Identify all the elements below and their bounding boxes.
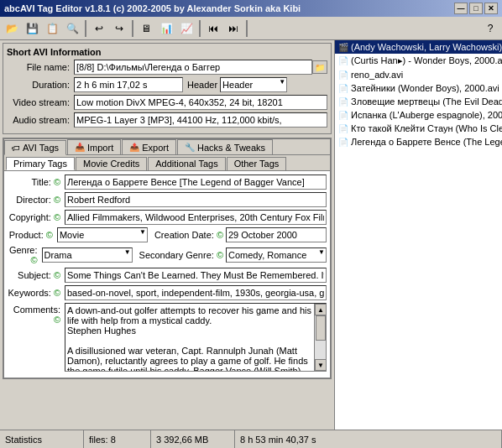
short-avi-info: Short AVI Information File name: 📁 Durat… [3, 43, 332, 134]
toolbar-btn4[interactable]: 🔍 [63, 19, 81, 38]
subject-input[interactable] [65, 268, 327, 283]
file-icon-5: 📄 [338, 111, 348, 120]
minimize-button[interactable]: — [454, 3, 468, 14]
secondary-genre-label: Secondary Genre: © [139, 250, 223, 260]
file-item-2[interactable]: 📄 reno_adv.avi [335, 68, 502, 81]
subtab-additional[interactable]: Additional Tags [148, 157, 225, 170]
toolbar-open-btn[interactable]: 📂 [3, 19, 21, 38]
size-label: 3 392,66 MB [156, 435, 208, 445]
keywords-input[interactable] [65, 285, 327, 300]
comments-scrollbar[interactable]: ▲ ▼ [314, 304, 326, 371]
title-field-label: Title: © [8, 177, 65, 187]
toolbar-btn9[interactable]: 📈 [177, 19, 196, 38]
maximize-button[interactable]: □ [469, 3, 483, 14]
header-label: Header [187, 80, 217, 90]
comments-row: Comments: © ▲ ▼ [8, 303, 327, 372]
audiostream-input[interactable] [74, 112, 327, 128]
scroll-thumb [316, 315, 326, 341]
file-name-7: Легенда о Баррете Венсе (The Legend of B… [351, 137, 502, 147]
toolbar-save-btn[interactable]: 💾 [23, 19, 41, 38]
file-icon-3: 📄 [338, 84, 348, 93]
file-item-6[interactable]: 📄 Кто такой Клейти Стаун (Who Is Cletis … [335, 122, 502, 135]
director-input[interactable] [65, 192, 327, 207]
file-item-0[interactable]: 🎬 (Andy Wachowski, Larry Wachowski) - Th… [335, 40, 502, 54]
duration-row: Duration: Header Header [7, 77, 327, 92]
director-row: Director: © [8, 192, 327, 207]
scroll-up-btn[interactable]: ▲ [315, 304, 327, 315]
file-item-1[interactable]: 📄 (Curtis Han▸) - Wonder Boys, 2000.avi [335, 54, 502, 68]
filename-input[interactable] [74, 60, 312, 75]
copyright-row: Copyright: © [8, 210, 327, 225]
title-row: Title: © [8, 175, 327, 190]
main-content: Short AVI Information File name: 📁 Durat… [0, 40, 502, 430]
product-row: Product: © Movie Creation Date: © [8, 227, 327, 242]
file-list-panel: 🎬 (Andy Wachowski, Larry Wachowski) - Th… [334, 40, 502, 430]
toolbar-btn11[interactable]: ⏭ [224, 19, 243, 38]
status-bar: Statistics files: 8 3 392,66 MB 8 h 53 m… [0, 430, 502, 448]
form-content: Title: © Director: © Copyright: © Produc… [4, 170, 330, 378]
main-tab-row: 🏷 AVI Tags 📥 Import 📤 Export 🔧 Hacks & T… [4, 139, 330, 155]
file-icon-7: 📄 [338, 138, 348, 147]
toolbar-sep4 [246, 20, 248, 37]
genre-select[interactable]: Drama [42, 247, 133, 263]
comments-textarea[interactable] [65, 304, 314, 371]
file-item-3[interactable]: 📄 Затейники (Wonder Boys), 2000.avi [335, 81, 502, 95]
avi-tags-icon: 🏷 [12, 143, 20, 153]
title-input[interactable] [65, 175, 327, 190]
toolbar-btn7[interactable]: 🖥 [137, 19, 155, 38]
toolbar-help-btn[interactable]: ? [481, 19, 499, 38]
creation-date-label: Creation Date: © [154, 230, 223, 240]
file-item-4[interactable]: 📄 Зловещие мертвецы (The Evil Dead), 198… [335, 95, 502, 108]
genre-row: Genre: © Drama Secondary Genre: © Comedy… [8, 245, 327, 265]
tab-avi-tags[interactable]: 🏷 AVI Tags [4, 140, 66, 155]
status-files: files: 8 [84, 430, 151, 448]
subtab-primary[interactable]: Primary Tags [6, 157, 75, 170]
short-avi-title: Short AVI Information [7, 47, 327, 57]
file-item-5[interactable]: 📄 Испанка (L'Auberge espagnole), 2002.av… [335, 108, 502, 122]
videostream-input[interactable] [74, 95, 327, 110]
file-name-2: reno_adv.avi [351, 70, 403, 80]
subtab-other[interactable]: Other Tags [227, 157, 287, 170]
file-name-0: (Andy Wachowski, Larry Wachowski) - The … [351, 42, 502, 52]
subtab-row: Primary Tags Movie Credits Additional Ta… [4, 155, 330, 170]
toolbar: 📂 💾 📋 🔍 ↩ ↪ 🖥 📊 📈 ⏮ ⏭ ? [0, 17, 502, 40]
close-button[interactable]: ✕ [484, 3, 498, 14]
scroll-track [315, 315, 326, 359]
audiostream-row: Audio stream: [7, 112, 327, 128]
toolbar-btn10[interactable]: ⏮ [204, 19, 222, 38]
import-icon: 📥 [75, 143, 85, 152]
duration-label: 8 h 53 min 40,37 s [240, 435, 316, 445]
secondary-genre-select[interactable]: Comedy, Romance [226, 247, 327, 263]
file-name-6: Кто такой Клейти Стаун (Who Is Cletis To… [351, 123, 502, 133]
toolbar-sep2 [132, 20, 133, 37]
browse-button[interactable]: 📁 [312, 60, 327, 74]
file-name-1: (Curtis Han▸) - Wonder Boys, 2000.avi [351, 55, 502, 66]
scroll-down-btn[interactable]: ▼ [315, 359, 327, 371]
product-select[interactable]: Movie [57, 227, 148, 242]
toolbar-btn3[interactable]: 📋 [43, 19, 61, 38]
creation-date-input[interactable] [226, 227, 327, 242]
file-icon-1: 📄 [338, 56, 348, 65]
toolbar-btn5[interactable]: ↩ [90, 19, 108, 38]
toolbar-btn8[interactable]: 📊 [157, 19, 175, 38]
toolbar-btn6[interactable]: ↪ [110, 19, 128, 38]
title-bar: abcAVI Tag Editor v1.8.1 (c) 2002-2005 b… [0, 0, 502, 17]
duration-input[interactable] [74, 77, 183, 92]
videostream-row: Video stream: [7, 95, 327, 110]
tab-export[interactable]: 📤 Export [122, 139, 176, 154]
status-size: 3 392,66 MB [151, 430, 235, 448]
copyright-input[interactable] [65, 210, 327, 225]
file-item-7[interactable]: 📄 Легенда о Баррете Венсе (The Legend of… [335, 135, 502, 148]
file-icon-2: 📄 [338, 70, 348, 80]
product-field-label: Product: © [8, 230, 57, 240]
tabs-container: 🏷 AVI Tags 📥 Import 📤 Export 🔧 Hacks & T… [3, 138, 332, 379]
file-icon-0: 🎬 [338, 43, 348, 52]
tab-import[interactable]: 📥 Import [67, 139, 121, 154]
audiostream-label: Audio stream: [7, 115, 74, 125]
subject-field-label: Subject: © [8, 270, 65, 280]
tab-hacks[interactable]: 🔧 Hacks & Tweaks [177, 139, 273, 154]
hacks-icon: 🔧 [185, 143, 195, 152]
header-select[interactable]: Header [220, 77, 287, 92]
status-duration: 8 h 53 min 40,37 s [235, 430, 502, 448]
subtab-credits[interactable]: Movie Credits [76, 157, 147, 170]
